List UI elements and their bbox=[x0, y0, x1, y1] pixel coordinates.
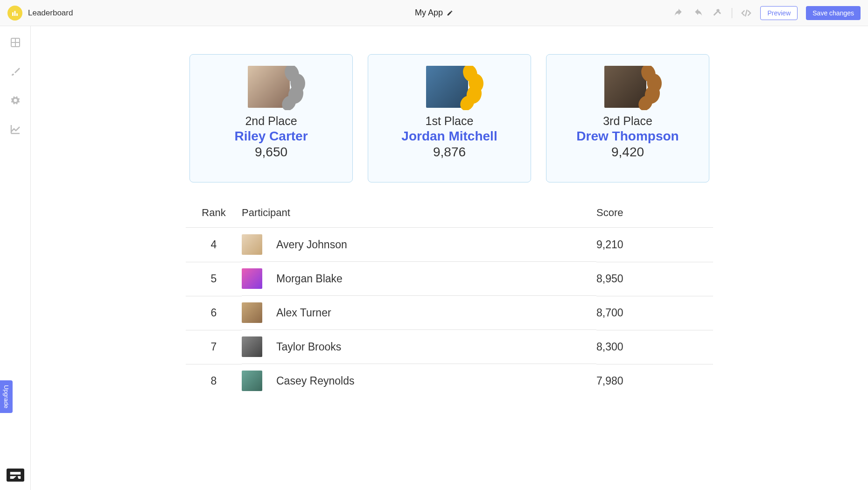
sidebar bbox=[0, 26, 31, 490]
cell-participant: Avery Johnson bbox=[242, 228, 596, 262]
winner-name: Jordan Mitchell bbox=[401, 129, 497, 144]
col-header-participant: Participant bbox=[242, 201, 596, 228]
cell-score: 8,300 bbox=[596, 330, 713, 364]
table-row: 5Morgan Blake8,950 bbox=[186, 262, 713, 296]
winner-score: 9,876 bbox=[433, 145, 466, 160]
podium-avatar-wrap bbox=[426, 66, 473, 108]
separator bbox=[732, 8, 732, 18]
app-name-container: My App bbox=[415, 8, 453, 18]
brush-icon[interactable] bbox=[9, 65, 21, 77]
topbar-actions: Preview Save changes bbox=[673, 6, 861, 20]
avatar bbox=[242, 336, 262, 357]
participant-name: Casey Reynolds bbox=[276, 375, 354, 387]
col-header-score: Score bbox=[596, 201, 713, 228]
svg-rect-2 bbox=[16, 13, 18, 15]
save-button[interactable]: Save changes bbox=[806, 6, 861, 20]
participant-name: Avery Johnson bbox=[276, 238, 347, 251]
cell-rank: 7 bbox=[186, 330, 242, 364]
svg-marker-11 bbox=[18, 476, 21, 479]
hammer-icon[interactable] bbox=[712, 7, 723, 19]
place-label: 2nd Place bbox=[245, 114, 297, 128]
avatar bbox=[242, 371, 262, 391]
preview-button[interactable]: Preview bbox=[760, 6, 798, 20]
cell-rank: 4 bbox=[186, 228, 242, 262]
avatar bbox=[242, 302, 262, 323]
winner-score: 9,420 bbox=[611, 145, 644, 160]
podium-card-1st: 1st Place Jordan Mitchell 9,876 bbox=[368, 54, 531, 182]
table-row: 6Alex Turner8,700 bbox=[186, 296, 713, 330]
redo-icon[interactable] bbox=[693, 7, 704, 19]
cell-score: 9,210 bbox=[596, 228, 713, 262]
svg-rect-9 bbox=[10, 472, 21, 475]
podium-avatar-wrap bbox=[604, 66, 651, 108]
cell-participant: Morgan Blake bbox=[242, 262, 596, 296]
place-label: 1st Place bbox=[426, 114, 474, 128]
col-header-rank: Rank bbox=[186, 201, 242, 228]
laurel-icon bbox=[637, 66, 670, 110]
cell-participant: Taylor Brooks bbox=[242, 330, 596, 364]
svg-marker-10 bbox=[10, 476, 17, 479]
cell-score: 8,950 bbox=[596, 262, 713, 296]
podium-avatar-wrap bbox=[248, 66, 294, 108]
svg-line-3 bbox=[746, 9, 748, 16]
cell-rank: 8 bbox=[186, 364, 242, 398]
app-logo bbox=[7, 6, 22, 21]
topbar: Leaderboard My App Preview Save changes bbox=[0, 0, 868, 26]
podium-row: 2nd Place Riley Carter 9,650 1st Place J… bbox=[49, 54, 849, 182]
leaderboard-table: Rank Participant Score 4Avery Johnson9,2… bbox=[186, 201, 713, 398]
avatar bbox=[242, 234, 262, 255]
participant-name: Alex Turner bbox=[276, 307, 331, 319]
table-row: 7Taylor Brooks8,300 bbox=[186, 330, 713, 364]
app-name: My App bbox=[415, 8, 443, 18]
gear-icon[interactable] bbox=[9, 94, 21, 106]
participant-name: Taylor Brooks bbox=[276, 341, 341, 353]
podium-card-2nd: 2nd Place Riley Carter 9,650 bbox=[189, 54, 353, 182]
leaderboard-table-wrap: Rank Participant Score 4Avery Johnson9,2… bbox=[186, 201, 713, 398]
svg-rect-0 bbox=[12, 12, 14, 16]
avatar bbox=[242, 268, 262, 289]
undo-icon[interactable] bbox=[673, 7, 684, 19]
cell-score: 7,980 bbox=[596, 364, 713, 398]
pencil-icon[interactable] bbox=[447, 10, 453, 16]
laurel-icon bbox=[280, 66, 313, 110]
cell-score: 8,700 bbox=[596, 296, 713, 330]
table-row: 8Casey Reynolds7,980 bbox=[186, 364, 713, 398]
winner-name: Riley Carter bbox=[234, 129, 308, 144]
svg-rect-1 bbox=[14, 11, 16, 16]
chart-icon[interactable] bbox=[9, 123, 21, 135]
page-title: Leaderboard bbox=[28, 8, 73, 18]
main-content: 2nd Place Riley Carter 9,650 1st Place J… bbox=[31, 26, 868, 490]
brand-corner-logo bbox=[7, 469, 24, 482]
grid-icon[interactable] bbox=[9, 36, 21, 49]
winner-score: 9,650 bbox=[255, 145, 287, 160]
code-icon[interactable] bbox=[741, 7, 752, 19]
cell-participant: Alex Turner bbox=[242, 296, 596, 330]
podium-card-3rd: 3rd Place Drew Thompson 9,420 bbox=[546, 54, 709, 182]
table-row: 4Avery Johnson9,210 bbox=[186, 228, 713, 262]
winner-name: Drew Thompson bbox=[576, 129, 679, 144]
cell-rank: 5 bbox=[186, 262, 242, 296]
cell-participant: Casey Reynolds bbox=[242, 364, 596, 398]
cell-rank: 6 bbox=[186, 296, 242, 330]
laurel-icon bbox=[459, 66, 491, 110]
upgrade-button[interactable]: Upgrade bbox=[0, 380, 13, 413]
participant-name: Morgan Blake bbox=[276, 273, 343, 285]
place-label: 3rd Place bbox=[603, 114, 652, 128]
